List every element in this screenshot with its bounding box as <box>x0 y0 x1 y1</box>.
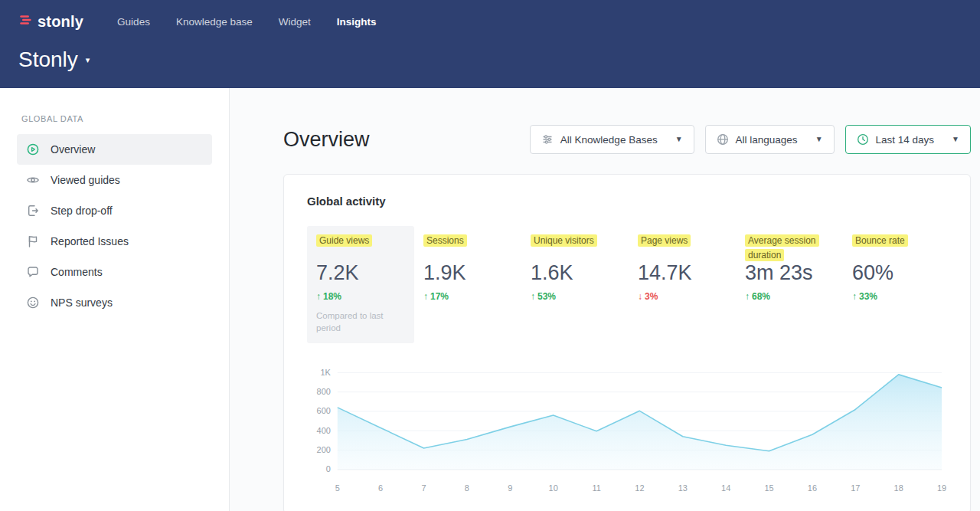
main-content: Overview All Knowledge Bases ▼ <box>230 88 980 511</box>
chevron-down-icon: ▼ <box>815 136 823 143</box>
filter-label: All languages <box>736 134 798 146</box>
trend-arrow-icon: ↑ <box>316 291 321 302</box>
svg-text:5: 5 <box>335 483 340 493</box>
metrics-row: Guide views 7.2K ↑18% Compared to last p… <box>307 226 947 343</box>
sidebar-item-reported-issues[interactable]: Reported Issues <box>17 226 212 257</box>
knowledge-bases-filter[interactable]: All Knowledge Bases ▼ <box>530 125 694 154</box>
smiley-icon <box>26 296 40 310</box>
page-title: Overview <box>283 128 370 152</box>
trend-arrow-icon: ↑ <box>745 291 750 302</box>
svg-text:11: 11 <box>592 483 600 493</box>
sidebar-item-label: Comments <box>51 266 103 278</box>
svg-text:10: 10 <box>549 483 558 493</box>
metric-guide-views[interactable]: Guide views 7.2K ↑18% Compared to last p… <box>307 226 414 343</box>
stonly-logo[interactable]: stonly <box>18 13 83 31</box>
svg-text:16: 16 <box>808 483 817 493</box>
step-dropoff-icon <box>26 204 40 218</box>
metric-label: Average session duration <box>745 234 834 261</box>
top-nav: Guides Knowledge base Widget Insights <box>117 16 376 28</box>
svg-text:15: 15 <box>764 483 773 493</box>
chevron-down-icon: ▼ <box>675 136 683 143</box>
chevron-down-icon: ▼ <box>952 136 959 143</box>
sidebar-nav: Overview Viewed guides S <box>17 134 212 318</box>
workspace-selector[interactable]: Stonly ▾ <box>18 47 962 72</box>
trend-arrow-icon: ↑ <box>531 291 535 302</box>
sidebar-item-label: Step drop-off <box>51 205 113 217</box>
nav-guides[interactable]: Guides <box>117 16 150 28</box>
sidebar-item-comments[interactable]: Comments <box>17 257 212 287</box>
svg-text:13: 13 <box>678 483 688 493</box>
filter-bar: All Knowledge Bases ▼ All languages ▼ <box>530 125 971 154</box>
svg-text:800: 800 <box>317 387 331 396</box>
svg-text:8: 8 <box>465 483 469 493</box>
flag-icon <box>26 234 40 248</box>
metric-value: 60% <box>852 261 941 285</box>
metric-change: ↓3% <box>638 291 727 302</box>
sidebar-item-nps-surveys[interactable]: NPS surveys <box>17 287 212 318</box>
metric-value: 1.6K <box>531 261 619 285</box>
sidebar-section-label: GLOBAL DATA <box>21 114 207 123</box>
svg-text:17: 17 <box>851 483 860 493</box>
sidebar-item-label: NPS surveys <box>51 296 113 309</box>
chevron-down-icon: ▾ <box>86 56 90 64</box>
metric-change: ↑33% <box>852 291 941 302</box>
filter-label: Last 14 days <box>876 134 935 146</box>
metric-label: Bounce rate <box>852 234 941 261</box>
sidebar: GLOBAL DATA Overview Viewe <box>0 88 230 511</box>
metric-avg-session-duration[interactable]: Average session duration 3m 23s ↑68% <box>736 226 843 343</box>
metric-sessions[interactable]: Sessions 1.9K ↑17% <box>414 226 521 343</box>
metric-unique-visitors[interactable]: Unique visitors 1.6K ↑53% <box>521 226 629 343</box>
metric-note: Compared to last period <box>316 310 396 334</box>
metric-page-views[interactable]: Page views 14.7K ↓3% <box>629 226 736 343</box>
metric-value: 14.7K <box>638 261 727 285</box>
metric-label: Page views <box>638 234 727 261</box>
trend-arrow-icon: ↑ <box>852 291 857 302</box>
trend-arrow-icon: ↓ <box>638 291 642 302</box>
eye-icon <box>26 173 40 187</box>
sidebar-item-label: Viewed guides <box>51 174 120 186</box>
svg-text:1K: 1K <box>320 368 331 377</box>
sidebar-item-viewed-guides[interactable]: Viewed guides <box>17 165 212 195</box>
logo-text: stonly <box>38 13 83 31</box>
workspace-name: Stonly <box>18 47 78 72</box>
svg-text:18: 18 <box>894 483 903 493</box>
metric-change: ↑68% <box>745 291 834 302</box>
filter-label: All Knowledge Bases <box>560 134 658 146</box>
card-title: Global activity <box>307 195 947 208</box>
svg-text:9: 9 <box>508 483 512 493</box>
trend-arrow-icon: ↑ <box>423 291 428 302</box>
svg-text:6: 6 <box>378 483 383 493</box>
metric-label: Unique visitors <box>531 234 619 261</box>
metric-change: ↑18% <box>316 291 405 302</box>
metric-label: Sessions <box>423 234 512 261</box>
stonly-logo-icon <box>18 13 32 30</box>
svg-text:0: 0 <box>326 464 331 473</box>
comment-icon <box>26 265 40 279</box>
svg-text:19: 19 <box>937 483 946 493</box>
date-range-filter[interactable]: Last 14 days ▼ <box>845 125 971 154</box>
overview-icon <box>26 142 40 156</box>
metric-change: ↑53% <box>531 291 619 302</box>
sidebar-item-label: Overview <box>51 143 95 156</box>
global-activity-card: Global activity Guide views 7.2K ↑18% Co… <box>283 174 971 511</box>
metric-bounce-rate[interactable]: Bounce rate 60% ↑33% <box>843 226 950 343</box>
activity-area-chart: 02004006008001K5678910111213141516171819 <box>307 365 947 501</box>
sidebar-item-step-drop-off[interactable]: Step drop-off <box>17 195 212 226</box>
metric-value: 7.2K <box>316 261 405 285</box>
svg-text:600: 600 <box>317 407 331 416</box>
sidebar-item-label: Reported Issues <box>51 235 129 247</box>
clock-icon <box>857 133 869 146</box>
nav-insights[interactable]: Insights <box>337 16 377 28</box>
globe-icon <box>717 133 729 146</box>
metric-label: Guide views <box>316 234 405 261</box>
sliders-icon <box>541 133 554 146</box>
nav-widget[interactable]: Widget <box>279 16 311 28</box>
languages-filter[interactable]: All languages ▼ <box>705 125 835 154</box>
app-header: stonly Guides Knowledge base Widget Insi… <box>0 0 980 88</box>
nav-knowledge-base[interactable]: Knowledge base <box>176 16 253 28</box>
svg-text:200: 200 <box>317 445 331 454</box>
svg-text:14: 14 <box>721 483 730 493</box>
metric-value: 1.9K <box>423 261 512 285</box>
sidebar-item-overview[interactable]: Overview <box>17 134 212 165</box>
svg-text:400: 400 <box>317 426 331 435</box>
